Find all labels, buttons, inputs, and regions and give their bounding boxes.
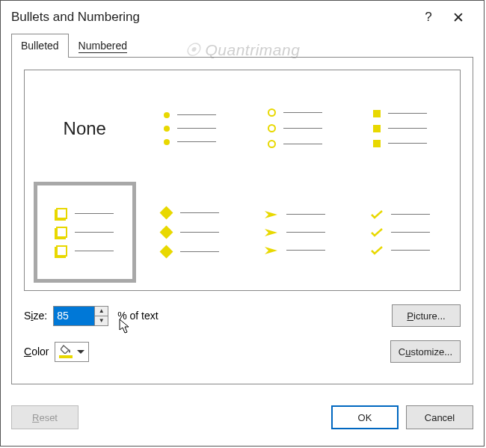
dialog-footer: Reset OK Cancel <box>1 395 484 429</box>
dropdown-caret-icon <box>77 350 84 354</box>
bullet-style-arrow[interactable] <box>244 182 346 283</box>
check-icon <box>370 209 384 220</box>
box-icon <box>56 208 67 219</box>
bullet-style-dot[interactable] <box>139 78 242 179</box>
bullet-style-diamond4[interactable] <box>139 182 242 283</box>
bullet-style-none[interactable]: None <box>34 78 136 179</box>
cancel-button[interactable]: Cancel <box>406 405 473 429</box>
bullet-style-check[interactable] <box>349 182 452 283</box>
square-icon <box>373 110 381 117</box>
tab-numbered[interactable]: Numbered <box>69 34 137 57</box>
bullet-gallery: None <box>24 70 461 291</box>
dialog-window: Bullets and Numbering ? ✕ ⦿ Quantrimang … <box>0 0 485 447</box>
customize-button[interactable]: Customize... <box>390 340 461 363</box>
help-button[interactable]: ? <box>413 10 443 25</box>
size-input[interactable] <box>54 307 94 325</box>
none-label: None <box>64 118 106 139</box>
bullet-style-square[interactable] <box>349 78 452 179</box>
arrow-icon <box>264 209 279 220</box>
bullet-style-circle[interactable] <box>244 78 346 179</box>
size-spin-down[interactable]: ▼ <box>94 316 108 325</box>
picture-button[interactable]: Picture... <box>392 304 461 327</box>
close-button[interactable]: ✕ <box>443 9 473 26</box>
size-label: Size: <box>24 310 47 322</box>
ok-button[interactable]: OK <box>331 405 399 429</box>
dot-icon <box>164 112 170 118</box>
circle-icon <box>268 108 276 117</box>
tab-bulleted[interactable]: Bulleted <box>11 34 69 58</box>
dialog-title: Bullets and Numbering <box>11 10 413 25</box>
titlebar: Bullets and Numbering ? ✕ <box>1 1 484 34</box>
size-pct-label: % of text <box>117 310 158 322</box>
tab-panel: None <box>11 57 473 384</box>
color-label: Color <box>24 346 49 358</box>
tabs: Bulleted Numbered <box>11 34 473 57</box>
size-spin-up[interactable]: ▲ <box>94 307 108 316</box>
reset-button[interactable]: Reset <box>11 405 79 429</box>
diamond4-icon <box>161 207 173 219</box>
bucket-icon <box>59 345 73 358</box>
size-field[interactable]: ▲ ▼ <box>53 306 108 326</box>
color-picker[interactable] <box>55 342 89 362</box>
bullet-style-box[interactable] <box>34 182 136 283</box>
